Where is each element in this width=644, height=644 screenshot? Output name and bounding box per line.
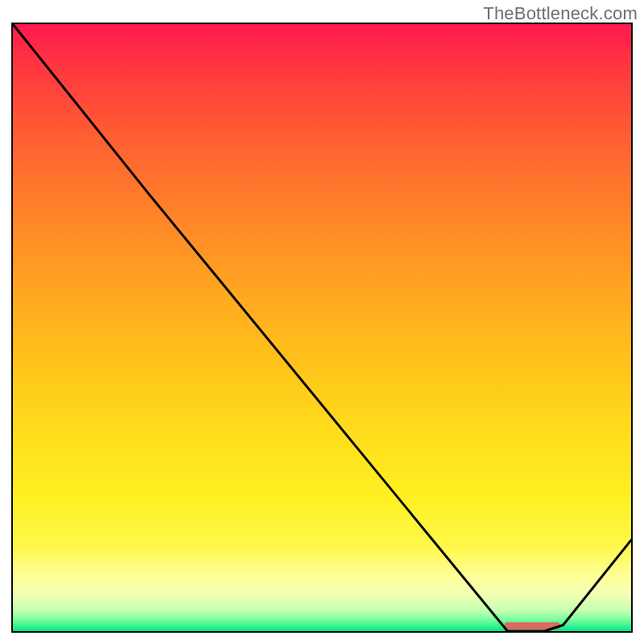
plot-area — [11, 23, 633, 633]
curve-layer — [13, 24, 631, 631]
chart-container: TheBottleneck.com — [0, 0, 644, 644]
curve-path — [13, 24, 631, 631]
plot-outer — [11, 23, 633, 633]
attribution-text: TheBottleneck.com — [483, 3, 638, 24]
